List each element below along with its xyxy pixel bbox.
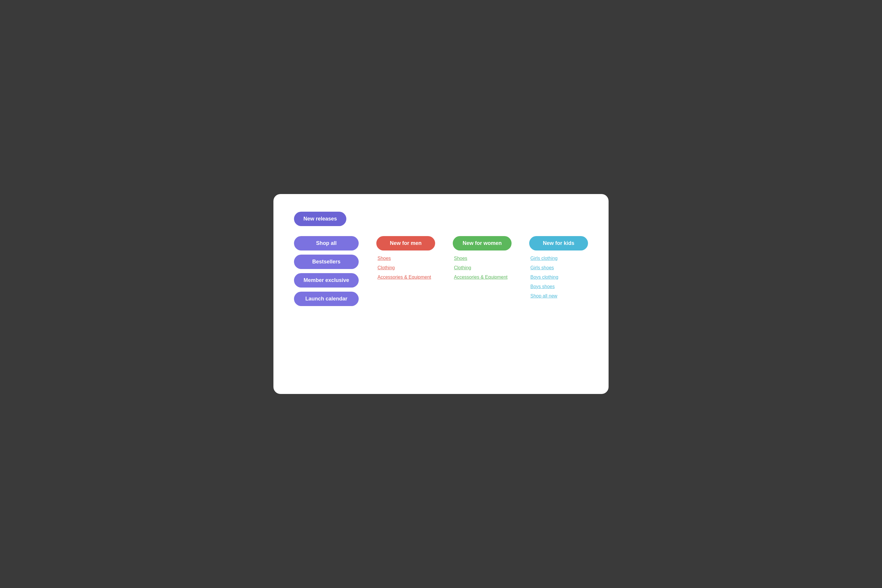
section-women: New for women Shoes Clothing Accessories… <box>453 236 512 280</box>
member-exclusive-button[interactable]: Member exclusive <box>294 273 358 288</box>
nav-content: New releases Shop all Bestsellers Member… <box>294 212 588 306</box>
shop-all-new-link[interactable]: Shop all new <box>530 293 588 299</box>
men-accessories-link[interactable]: Accessories & Equipment <box>378 274 435 280</box>
boys-clothing-link[interactable]: Boys clothing <box>530 274 588 280</box>
main-card: New releases Shop all Bestsellers Member… <box>273 194 609 394</box>
new-for-kids-button[interactable]: New for kids <box>529 236 588 250</box>
women-shoes-link[interactable]: Shoes <box>454 256 512 261</box>
women-clothing-link[interactable]: Clothing <box>454 265 512 270</box>
shop-all-button[interactable]: Shop all <box>294 236 358 250</box>
bestsellers-button[interactable]: Bestsellers <box>294 255 358 269</box>
new-releases-button[interactable]: New releases <box>294 212 346 226</box>
girls-shoes-link[interactable]: Girls shoes <box>530 265 588 270</box>
men-clothing-link[interactable]: Clothing <box>378 265 435 270</box>
men-links: Shoes Clothing Accessories & Equipment <box>376 256 435 280</box>
new-for-men-button[interactable]: New for men <box>376 236 435 250</box>
left-column: Shop all Bestsellers Member exclusive La… <box>294 236 358 306</box>
kids-links: Girls clothing Girls shoes Boys clothing… <box>529 256 588 299</box>
boys-shoes-link[interactable]: Boys shoes <box>530 284 588 289</box>
new-for-women-button[interactable]: New for women <box>453 236 512 250</box>
section-men: New for men Shoes Clothing Accessories &… <box>376 236 435 280</box>
men-shoes-link[interactable]: Shoes <box>378 256 435 261</box>
top-heading: New releases <box>294 212 588 226</box>
women-accessories-link[interactable]: Accessories & Equipment <box>454 274 512 280</box>
girls-clothing-link[interactable]: Girls clothing <box>530 256 588 261</box>
section-kids: New for kids Girls clothing Girls shoes … <box>529 236 588 299</box>
columns-row: Shop all Bestsellers Member exclusive La… <box>294 236 588 306</box>
launch-calendar-button[interactable]: Launch calendar <box>294 292 358 306</box>
women-links: Shoes Clothing Accessories & Equipment <box>453 256 512 280</box>
